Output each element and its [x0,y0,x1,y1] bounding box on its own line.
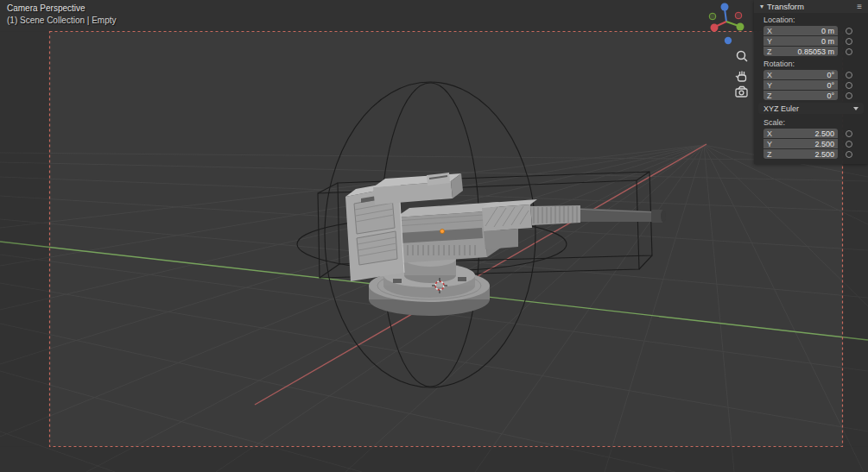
pan-button[interactable] [736,72,746,82]
field-value: 2.500 [814,150,834,159]
animate-decorator-icon[interactable] [846,141,852,148]
zoom-button[interactable] [738,52,748,62]
axis-x-ball[interactable] [711,24,719,32]
rotation-x-row: X 0° [754,70,868,79]
animate-decorator-icon[interactable] [846,130,852,137]
zoom-icon [738,52,745,60]
scale-x-row: X 2.500 [754,129,868,138]
field-value: 2.500 [814,140,834,148]
axis-label: Y [767,140,772,148]
axis-y-negative-ball[interactable] [709,13,716,20]
axis-label: X [767,129,772,138]
axis-label: Y [767,81,772,90]
location-z-row: Z 0.85053 m [754,47,868,56]
scale-y-row: Y 2.500 [754,139,868,148]
axis-label: Y [767,37,772,46]
location-y-row: Y 0 m [754,36,868,46]
panel-header[interactable]: ▾ Transform ≡ [754,0,868,13]
axis-label: Z [767,47,772,56]
scale-label: Scale: [754,116,868,129]
axis-label: X [767,27,772,35]
transform-panel: ▾ Transform ≡ Location: X 0 m Y 0 m Z 0.… [754,0,868,164]
rotation-z-field[interactable]: Z 0° [763,91,838,100]
collection-label: (1) Scene Collection | Empty [7,16,117,25]
rotation-mode-value: XYZ Euler [763,104,799,113]
rotation-mode-dropdown[interactable]: XYZ Euler [758,103,864,114]
location-label: Location: [754,13,868,26]
field-value: 2.500 [814,129,834,138]
panel-title: Transform [767,2,804,11]
field-value: 0 m [821,27,834,35]
animate-decorator-icon[interactable] [846,72,852,79]
axis-x-negative-ball[interactable] [735,12,742,19]
rotation-y-field[interactable]: Y 0° [763,80,838,90]
panel-menu-icon[interactable]: ≡ [857,3,862,11]
animate-decorator-icon[interactable] [846,48,852,55]
scale-z-row: Z 2.500 [754,149,868,159]
animate-decorator-icon[interactable] [846,151,852,158]
animate-decorator-icon[interactable] [846,28,852,35]
collapse-triangle-icon[interactable]: ▾ [760,3,763,10]
field-value: 0 m [821,37,834,46]
axis-label: X [767,71,772,79]
axis-label: Z [767,150,772,159]
blender-window: Camera Perspective (1) Scene Collection … [0,0,868,472]
rotation-label: Rotation: [754,57,868,70]
hand-icon [738,75,746,81]
object-origin-dot [440,230,445,234]
scale-x-field[interactable]: X 2.500 [763,129,838,138]
scale-z-field[interactable]: Z 2.500 [763,149,838,159]
field-value: 0.85053 m [797,47,834,56]
axis-z-positive-ball[interactable] [721,3,729,11]
field-value: 0° [827,91,834,100]
location-y-field[interactable]: Y 0 m [763,36,838,46]
location-x-row: X 0 m [754,26,868,35]
location-z-field[interactable]: Z 0.85053 m [763,47,838,56]
nav-gizmo[interactable] [691,0,751,48]
rotation-z-row: Z 0° [754,91,868,100]
axis-z-negative-ball[interactable] [725,37,732,44]
chevron-down-icon [853,107,858,110]
view-name-label: Camera Perspective [7,3,86,13]
animate-decorator-icon[interactable] [846,38,852,45]
axis-label: Z [767,91,772,100]
field-value: 0° [827,81,834,90]
location-x-field[interactable]: X 0 m [763,26,838,35]
viewport-controls [730,48,754,104]
axis-y-ball[interactable] [737,23,744,31]
scale-y-field[interactable]: Y 2.500 [763,139,838,148]
rotation-y-row: Y 0° [754,80,868,90]
animate-decorator-icon[interactable] [846,92,852,99]
camera-view-button[interactable] [736,87,747,98]
field-value: 0° [827,71,834,79]
animate-decorator-icon[interactable] [846,82,852,89]
camera-icon [736,89,747,97]
rotation-x-field[interactable]: X 0° [763,70,838,79]
